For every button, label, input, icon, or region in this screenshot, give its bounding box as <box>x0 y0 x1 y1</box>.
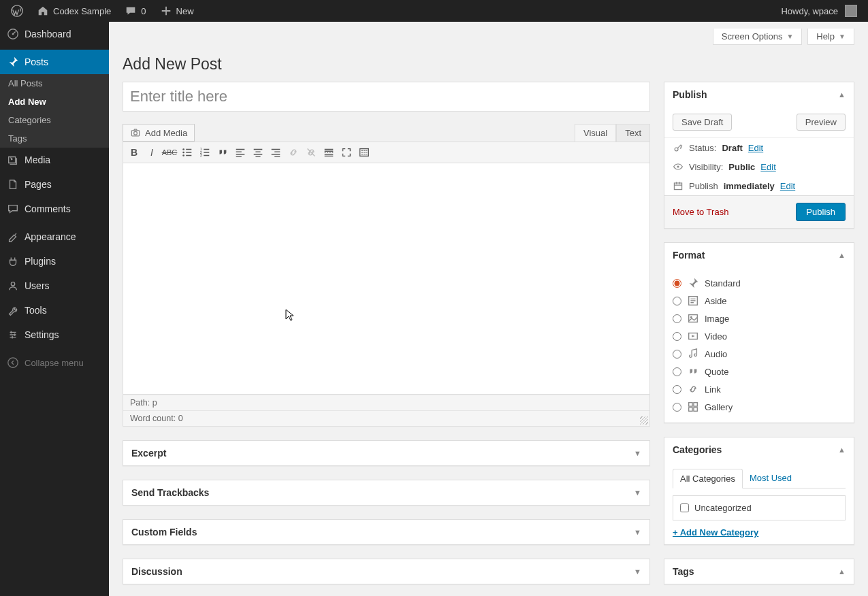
metabox-categories-toggle[interactable]: Categories ▲ <box>664 437 854 462</box>
metabox-tags-toggle[interactable]: Tags ▲ <box>664 559 854 584</box>
chevron-up-icon: ▲ <box>838 567 846 576</box>
metabox-categories: Categories ▲ All Categories Most Used Un… <box>664 437 854 545</box>
svg-point-4 <box>11 282 14 286</box>
sidebar-item-posts[interactable]: Posts <box>0 50 109 74</box>
fullscreen-button[interactable] <box>338 145 355 160</box>
format-option-audio[interactable]: Audio <box>673 345 846 363</box>
svg-rect-25 <box>694 408 697 411</box>
add-new-category-link[interactable]: + Add New Category <box>673 527 758 537</box>
sidebar-item-dashboard[interactable]: Dashboard <box>0 22 109 46</box>
format-option-gallery[interactable]: Gallery <box>673 398 846 416</box>
edit-status-link[interactable]: Edit <box>748 143 763 153</box>
format-option-quote[interactable]: Quote <box>673 363 846 380</box>
edit-visibility-link[interactable]: Edit <box>760 162 775 172</box>
svg-point-20 <box>690 316 692 318</box>
post-title-input[interactable] <box>123 82 650 112</box>
preview-button[interactable]: Preview <box>797 114 846 131</box>
chevron-up-icon: ▲ <box>838 90 846 99</box>
sidebar-subitem-all-posts[interactable]: All Posts <box>0 74 109 93</box>
more-button[interactable] <box>321 145 337 160</box>
unlink-button[interactable] <box>303 145 319 160</box>
editor-content[interactable] <box>123 163 650 395</box>
new-link[interactable]: New <box>155 0 199 22</box>
align-right-button[interactable] <box>268 145 284 160</box>
screen-options-button[interactable]: Screen Options▼ <box>713 29 803 45</box>
sidebar-posts-submenu: All Posts Add New Categories Tags <box>0 74 109 148</box>
bullet-list-button[interactable] <box>179 145 195 160</box>
sidebar-item-comments[interactable]: Comments <box>0 197 109 221</box>
edit-date-link[interactable]: Edit <box>780 181 795 191</box>
plugin-icon <box>7 255 19 267</box>
chevron-down-icon: ▼ <box>634 528 641 536</box>
sidebar-item-users[interactable]: Users <box>0 274 109 298</box>
number-list-button[interactable]: 123 <box>197 145 213 160</box>
account-link[interactable]: Howdy, wpace <box>775 0 863 22</box>
page-icon <box>7 178 19 191</box>
metabox-trackbacks-toggle[interactable]: Send Trackbacks ▼ <box>123 480 649 505</box>
site-name: Codex Sample <box>53 6 111 16</box>
category-uncategorized[interactable]: Uncategorized <box>680 503 838 513</box>
kitchen-sink-button[interactable] <box>356 145 372 160</box>
align-left-button[interactable] <box>232 145 248 160</box>
editor-toolbar: B I ABC 123 <box>123 142 650 163</box>
howdy-text: Howdy, wpace <box>781 6 838 16</box>
bold-button[interactable]: B <box>126 145 142 160</box>
format-option-video[interactable]: Video <box>673 327 846 345</box>
collapse-icon <box>7 357 19 369</box>
sidebar-item-settings[interactable]: Settings <box>0 322 109 347</box>
sidebar-subitem-tags[interactable]: Tags <box>0 129 109 148</box>
calendar-icon <box>673 180 684 191</box>
format-option-image[interactable]: Image <box>673 310 846 327</box>
tab-visual[interactable]: Visual <box>575 124 616 142</box>
save-draft-button[interactable]: Save Draft <box>673 114 732 131</box>
status-row: Status: Draft Edit <box>664 138 854 157</box>
link-button[interactable] <box>285 145 302 160</box>
italic-button[interactable]: I <box>144 145 160 160</box>
sidebar-item-pages[interactable]: Pages <box>0 172 109 197</box>
tab-most-used[interactable]: Most Used <box>743 469 799 488</box>
main-content: Screen Options▼ Help▼ Add New Post Add M… <box>109 22 868 596</box>
add-media-button[interactable]: Add Media <box>123 124 195 142</box>
publish-button[interactable]: Publish <box>796 203 846 221</box>
sidebar-item-appearance[interactable]: Appearance <box>0 225 109 249</box>
sidebar-item-media[interactable]: Media <box>0 148 109 172</box>
svg-text:3: 3 <box>200 153 202 157</box>
word-count: Word count: 0 <box>130 414 183 423</box>
sidebar-collapse[interactable]: Collapse menu <box>0 350 109 375</box>
format-option-link[interactable]: Link <box>673 380 846 398</box>
sidebar-item-plugins[interactable]: Plugins <box>0 249 109 274</box>
camera-icon <box>130 127 141 138</box>
tab-all-categories[interactable]: All Categories <box>673 469 743 489</box>
image-icon <box>687 312 699 325</box>
format-option-standard[interactable]: Standard <box>673 274 846 292</box>
strike-button[interactable]: ABC <box>161 145 178 160</box>
pin-icon <box>687 277 699 289</box>
metabox-custom-fields-toggle[interactable]: Custom Fields ▼ <box>123 520 649 544</box>
tab-text[interactable]: Text <box>616 124 650 142</box>
admin-sidebar: Dashboard Posts All Posts Add New Catego… <box>0 22 109 596</box>
chevron-up-icon: ▲ <box>838 251 846 259</box>
blockquote-button[interactable] <box>214 145 231 160</box>
site-link[interactable]: Codex Sample <box>31 0 116 22</box>
metabox-publish-toggle[interactable]: Publish ▲ <box>664 82 854 107</box>
sidebar-subitem-add-new[interactable]: Add New <box>0 93 109 111</box>
metabox-excerpt-toggle[interactable]: Excerpt ▼ <box>123 441 649 465</box>
link-icon <box>687 383 699 395</box>
metabox-discussion-toggle[interactable]: Discussion ▼ <box>123 559 649 584</box>
sidebar-item-tools[interactable]: Tools <box>0 298 109 322</box>
comments-link[interactable]: 0 <box>119 0 151 22</box>
format-list: Standard Aside Image Video Audio Quote L… <box>673 274 846 416</box>
help-button[interactable]: Help▼ <box>807 29 854 45</box>
resize-handle[interactable] <box>640 416 648 425</box>
chevron-down-icon: ▼ <box>839 33 846 40</box>
wp-logo[interactable] <box>5 0 29 22</box>
comments-icon <box>7 203 19 215</box>
tools-icon <box>7 304 19 316</box>
metabox-format-toggle[interactable]: Format ▲ <box>664 243 854 267</box>
editor-path[interactable]: p <box>152 398 157 408</box>
sidebar-subitem-categories[interactable]: Categories <box>0 111 109 129</box>
align-center-button[interactable] <box>250 145 266 160</box>
svg-rect-22 <box>689 403 692 406</box>
move-to-trash-link[interactable]: Move to Trash <box>673 207 728 217</box>
format-option-aside[interactable]: Aside <box>673 292 846 310</box>
